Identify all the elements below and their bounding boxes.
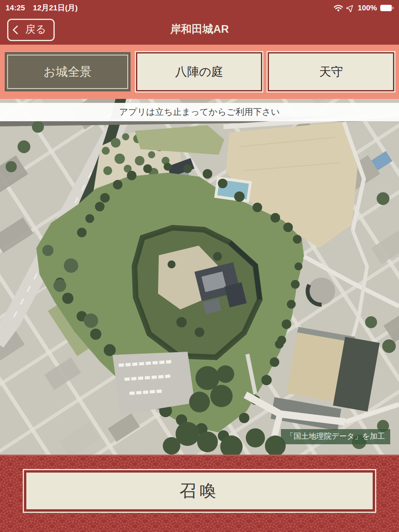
- notice-text: アプリは立ち止まってからご利用下さい: [119, 106, 280, 118]
- app-screen: 14:25 12月21日(月) 100%: [0, 0, 399, 532]
- attribution-label: 「国土地理院データ」を加工: [281, 429, 390, 444]
- tab-label: 天守: [319, 64, 343, 80]
- footer-bar: 召喚: [0, 455, 399, 532]
- tab-label: お城全景: [43, 64, 92, 80]
- tab-castle-panorama[interactable]: お城全景: [5, 52, 130, 91]
- notice-bar: アプリは立ち止まってからご利用下さい: [0, 103, 399, 121]
- header: 戻る 岸和田城AR: [0, 16, 399, 45]
- clock: 14:25: [6, 4, 25, 12]
- chevron-left-icon: [13, 26, 22, 35]
- tab-tenshu[interactable]: 天守: [268, 52, 394, 91]
- back-label: 戻る: [25, 22, 46, 36]
- status-right: 100%: [334, 4, 393, 12]
- status-bar: 14:25 12月21日(月) 100%: [0, 0, 399, 16]
- map-view[interactable]: アプリは立ち止まってからご利用下さい 「国土地理院データ」を加工: [0, 99, 399, 455]
- tab-hachijin-garden[interactable]: 八陣の庭: [136, 52, 263, 91]
- summon-button[interactable]: 召喚: [24, 470, 375, 512]
- satellite-map-svg: [0, 99, 399, 455]
- tab-bar: お城全景 八陣の庭 天守: [0, 45, 399, 99]
- attribution-text: 「国土地理院データ」を加工: [286, 432, 385, 440]
- page-title: 岸和田城AR: [0, 16, 399, 45]
- wifi-icon: [334, 4, 343, 12]
- battery-full-icon: [380, 5, 393, 11]
- back-button[interactable]: 戻る: [7, 19, 55, 41]
- status-left: 14:25 12月21日(月): [6, 3, 78, 13]
- location-arrow-icon: [346, 4, 354, 12]
- date: 12月21日(月): [33, 3, 78, 13]
- summon-label: 召喚: [180, 480, 219, 502]
- battery-percent: 100%: [358, 4, 377, 12]
- tab-label: 八陣の庭: [175, 64, 223, 80]
